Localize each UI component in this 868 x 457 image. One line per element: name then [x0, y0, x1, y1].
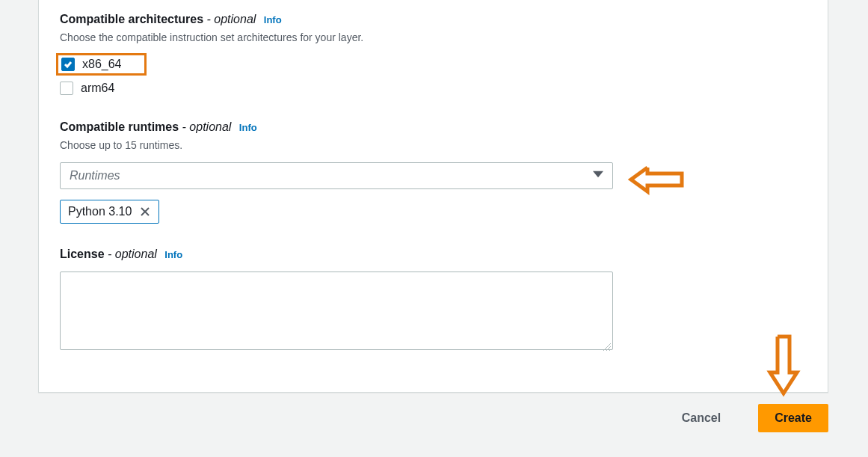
svg-line-5: [609, 349, 611, 351]
section-header: License - optional Info: [60, 246, 807, 263]
runtimes-title-text: Compatible runtimes: [60, 120, 179, 133]
chevron-down-icon: [593, 169, 603, 183]
button-row: Cancel Create: [665, 404, 828, 432]
checkbox-label-x86: x86_64: [82, 58, 122, 71]
runtimes-optional: - optional: [179, 120, 231, 133]
checkbox-row-arm64: arm64: [60, 82, 807, 95]
runtimes-info-link[interactable]: Info: [239, 122, 257, 133]
license-info-link[interactable]: Info: [164, 249, 182, 260]
license-textarea[interactable]: [60, 272, 613, 350]
license-title: License - optional: [60, 248, 160, 260]
runtime-chip-label: Python 3.10: [68, 205, 132, 218]
cancel-button[interactable]: Cancel: [665, 404, 737, 432]
checkbox-x86[interactable]: [61, 58, 75, 71]
runtimes-dropdown-placeholder: Runtimes: [70, 169, 120, 183]
close-icon: [139, 206, 151, 218]
svg-marker-0: [593, 171, 603, 177]
runtimes-dropdown[interactable]: Runtimes: [60, 162, 613, 189]
runtimes-title: Compatible runtimes - optional: [60, 120, 235, 133]
architectures-description: Choose the compatible instruction set ar…: [60, 31, 807, 46]
checkbox-label-arm64: arm64: [81, 82, 114, 95]
architectures-title-text: Compatible architectures: [60, 13, 203, 25]
annotation-arrow-dropdown: [627, 163, 686, 199]
resize-handle-icon[interactable]: [601, 341, 612, 352]
form-panel: Compatible architectures - optional Info…: [38, 0, 828, 393]
license-optional: - optional: [105, 248, 157, 260]
license-title-text: License: [60, 248, 105, 260]
create-button[interactable]: Create: [758, 404, 828, 432]
runtime-chip-python310: Python 3.10: [60, 200, 159, 224]
architectures-optional: - optional: [203, 13, 256, 25]
section-license: License - optional Info: [60, 246, 807, 353]
architectures-title: Compatible architectures - optional: [60, 13, 259, 25]
annotation-arrow-create: [766, 332, 801, 401]
runtimes-description: Choose up to 15 runtimes.: [60, 138, 807, 153]
highlight-x86: x86_64: [56, 53, 147, 76]
checkbox-row-x86: x86_64: [60, 53, 807, 76]
remove-runtime-button[interactable]: [139, 206, 151, 218]
check-icon: [64, 60, 73, 69]
architectures-info-link[interactable]: Info: [264, 14, 282, 25]
section-header: Compatible architectures - optional Info: [60, 11, 807, 28]
section-header: Compatible runtimes - optional Info: [60, 119, 807, 135]
section-architectures: Compatible architectures - optional Info…: [60, 11, 807, 95]
checkbox-arm64[interactable]: [60, 82, 73, 95]
section-runtimes: Compatible runtimes - optional Info Choo…: [60, 119, 807, 224]
